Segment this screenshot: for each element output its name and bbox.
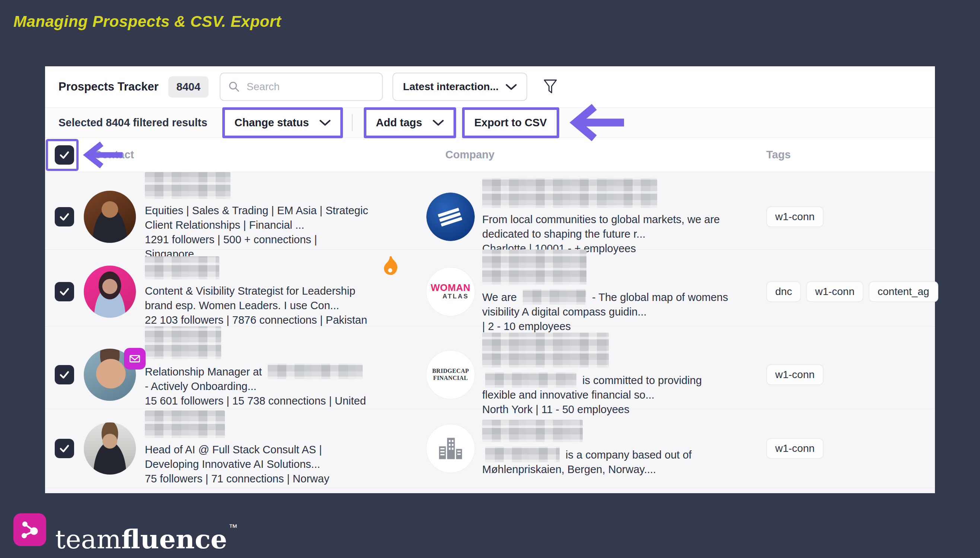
tag-chip: content_ag [869,281,938,302]
contact-headline: Equities | Sales & Trading | EM Asia | S… [145,204,368,233]
annotation-arrow-export [564,104,627,141]
teamfluence-wordmark: teamfluence™ [55,511,237,556]
checkmark-icon [58,442,71,455]
column-header-contact: Contact [94,149,410,161]
column-header-company: Company [445,149,751,161]
export-csv-label: Export to CSV [474,117,547,129]
next-row-sliver [45,488,935,493]
table-row[interactable]: Relationship Manager at - Actively Onboa… [45,326,935,409]
annotation-box-change-status: Change status [222,107,343,138]
chevron-down-icon [319,120,330,126]
row-checkbox[interactable] [55,439,74,458]
woman-pink-background-photo [84,266,136,318]
share-network-icon [19,519,41,541]
row-tags: w1-conn [751,206,935,227]
redacted-company-name [482,249,586,285]
row-checkbox[interactable] [55,365,74,384]
contact-headline: Head of AI @ Full Stack Consult AS | Dev… [145,443,368,472]
redacted-text [268,364,363,379]
contact-stats: 75 followers | 71 connections | Norway [145,472,368,486]
redacted-company-name [482,333,609,368]
company-description: We are - The global map of womens visibi… [482,289,735,319]
email-icon [124,348,146,369]
company-description: is a company based out of Møhlenpriskaie… [482,446,735,477]
change-status-label: Change status [235,117,309,129]
prospects-panel: Prospects Tracker 8404 Latest interactio… [45,66,935,493]
annotation-arrow-select-all [79,141,124,169]
trademark-symbol: ™ [229,522,237,532]
panel-title: Prospects Tracker [59,80,159,94]
chevron-down-icon [433,120,444,126]
tag-chip: w1-conn [766,438,824,459]
checkmark-icon [58,368,71,381]
brand-bold: fluence [121,524,227,555]
results-count-badge: 8404 [168,76,209,98]
tag-chip: w1-conn [766,206,824,227]
brand-footer: teamfluence™ [13,511,237,556]
redacted-text [523,289,586,305]
export-csv-button[interactable]: Export to CSV [468,113,553,133]
redacted-text [485,446,560,462]
redacted-contact-name [145,256,219,279]
young-man-light-background-photo [84,422,136,474]
row-checkbox[interactable] [55,282,74,301]
row-tags: dncw1-conncontent_ag [751,281,938,302]
row-checkbox[interactable] [55,207,74,226]
bulk-actions-toolbar: Selected 8404 filtered results Change st… [45,107,935,138]
search-input[interactable] [247,81,375,93]
contact-headline: Relationship Manager at - Actively Onboa… [145,364,368,394]
redacted-company-name [482,178,657,208]
add-tags-label: Add tags [376,117,422,129]
tag-chip: w1-conn [806,281,864,302]
fire-icon [382,256,400,278]
smiling-man-closeup-photo [84,349,136,401]
redacted-company-name [482,420,583,442]
man-in-dark-suit-photo [84,191,136,243]
teamfluence-logo-icon [13,513,46,546]
brand-prefix: team [55,524,121,555]
redacted-contact-name [145,410,225,438]
company-description: is committed to providing flexible and i… [482,372,735,402]
toolbar-divider [352,114,353,131]
sort-dropdown-value: Latest interaction... [403,81,499,93]
add-tags-button[interactable]: Add tags [370,113,450,133]
filter-icon[interactable] [542,78,558,95]
page: Managing Prospects & CSV. Export Prospec… [0,0,980,558]
company-description: From local communities to global markets… [482,212,735,241]
redacted-contact-name [145,172,231,199]
table-row[interactable]: Equities | Sales & Trading | EM Asia | S… [45,172,935,249]
fire-icon [382,256,400,276]
page-title: Managing Prospects & CSV. Export [13,13,281,31]
search-box[interactable] [220,73,383,101]
prospect-list: Equities | Sales & Trading | EM Asia | S… [45,172,935,488]
column-header-tags: Tags [766,149,935,161]
tag-chip: w1-conn [766,364,824,385]
search-icon [228,80,241,93]
redacted-text [485,372,576,388]
bridgecap-financial-logo: BRIDGECAPFINANCIAL [426,351,475,399]
checkmark-icon [58,285,71,299]
tag-chip: dnc [766,281,801,302]
contact-stats: 22 103 followers | 7876 connections | Pa… [145,313,368,327]
table-header: Contact Company Tags [45,138,935,172]
woman-atlas-logo: WOMANATLAS [426,268,475,316]
selected-summary: Selected 8404 filtered results [59,117,208,129]
row-tags: w1-conn [751,364,935,385]
annotation-box-export-csv: Export to CSV [462,107,559,138]
building-icon [426,424,475,473]
sort-dropdown[interactable]: Latest interaction... [393,73,527,101]
redacted-contact-name [145,326,221,359]
contact-headline: Content & Visibility Strategist for Lead… [145,284,368,313]
chevron-down-icon [506,84,517,90]
panel-header: Prospects Tracker 8404 Latest interactio… [45,66,935,107]
table-row[interactable]: Head of AI @ Full Stack Consult AS | Dev… [45,409,935,488]
row-tags: w1-conn [751,438,935,459]
bank-of-america-logo [426,193,475,241]
annotation-box-add-tags: Add tags [364,107,456,138]
checkmark-icon [58,210,71,223]
table-row[interactable]: Content & Visibility Strategist for Lead… [45,249,935,326]
annotation-box-select-all [46,139,79,171]
change-status-button[interactable]: Change status [229,113,337,133]
